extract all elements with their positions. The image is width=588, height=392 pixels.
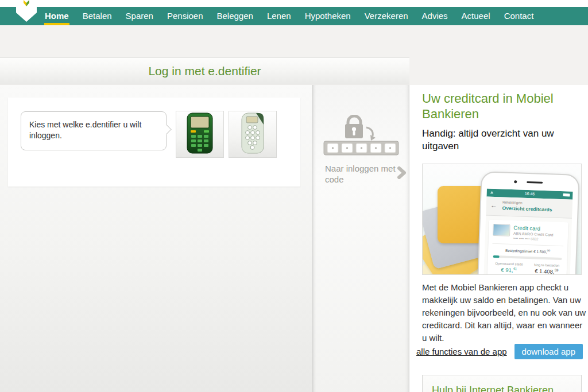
app-header: ← Rekeningen Overzicht creditcards <box>486 196 572 218</box>
phone-speaker-bar <box>527 181 543 184</box>
edentifier2-device-icon <box>185 112 214 157</box>
app-creditcard-tile: Credit card ABN AMRO Credit Card •••• ••… <box>487 220 568 275</box>
remaining-label: Nog te besteden <box>534 263 559 268</box>
main-navigation: Home Betalen Sparen Pensioen Beleggen Le… <box>0 7 588 25</box>
instruction-text: Kies met welke e.dentifier u wilt inlogg… <box>29 120 141 140</box>
app-screen-title: Overzicht creditcards <box>502 205 552 212</box>
nav-item-pensioen[interactable]: Pensioen <box>160 7 210 25</box>
nav-item-home[interactable]: Home <box>38 7 76 25</box>
creditcard-app-promo-image: 16:46 ← Rekeningen Overzicht creditcards… <box>422 164 582 275</box>
help-box-title: Hulp bij Internet Bankieren <box>432 385 581 392</box>
phone-camera-dot <box>514 180 517 183</box>
login-title: Log in met e.dentifier <box>148 64 261 78</box>
nav-item-contact[interactable]: Contact <box>497 7 541 25</box>
limit-progress-bar <box>493 255 562 260</box>
open-balance-label: Openstaand saldo <box>495 262 523 266</box>
nav-item-actueel[interactable]: Actueel <box>455 7 497 25</box>
edentifier1-device-icon <box>238 112 267 157</box>
remaining-value: € 1.408,59 <box>534 268 559 275</box>
promo-subtitle: Handig: altijd overzicht van uw uitgaven <box>422 127 563 153</box>
promo-body-text: Met de Mobiel Bankieren app checkt u mak… <box>422 281 588 344</box>
nav-item-hypotheken[interactable]: Hypotheken <box>298 7 358 25</box>
nav-item-betalen[interactable]: Betalen <box>76 7 119 25</box>
nav-item-sparen[interactable]: Sparen <box>119 7 160 25</box>
login-with-code-link[interactable]: Naar inloggen met code <box>325 163 410 185</box>
battery-icon <box>563 193 570 196</box>
app-breadcrumb: Rekeningen <box>502 200 523 204</box>
login-panel-header: Log in met e.dentifier <box>0 57 409 84</box>
login-code-illustration-icon <box>318 115 404 163</box>
login-panel: Kies met welke e.dentifier u wilt inlogg… <box>0 85 312 392</box>
limit-progress-fill <box>493 255 500 258</box>
nav-item-verzekeren[interactable]: Verzekeren <box>358 7 415 25</box>
spending-limit: Bestedingslimiet € 1.500,00 <box>492 247 563 254</box>
chevron-right-icon <box>397 166 407 181</box>
spending-limit-cents: 00 <box>547 249 551 252</box>
open-balance-value: € 91,41 <box>495 266 523 274</box>
back-arrow-icon: ← <box>490 201 497 209</box>
abn-amro-logo-icon[interactable] <box>16 0 37 25</box>
all-app-functions-link[interactable]: alle functies van de app <box>416 347 507 356</box>
login-with-code-panel: Naar inloggen met code <box>312 85 409 392</box>
phone-screen: 16:46 ← Rekeningen Overzicht creditcards… <box>483 188 572 275</box>
promo-title: Uw creditcard in Mobiel Bankieren <box>422 91 572 122</box>
login-with-code-label: Naar inloggen met code <box>325 164 396 184</box>
top-strip <box>0 0 588 7</box>
nav-item-lenen[interactable]: Lenen <box>260 7 298 25</box>
edentifier-choice-card: Kies met welke e.dentifier u wilt inlogg… <box>8 98 300 187</box>
instruction-bubble: Kies met welke e.dentifier u wilt inlogg… <box>21 111 167 150</box>
divider <box>492 243 563 246</box>
help-internet-banking-box[interactable]: Hulp bij Internet Bankieren <box>422 375 582 392</box>
download-app-button[interactable]: download app <box>514 344 583 359</box>
edentifier2-option-button[interactable] <box>176 111 224 158</box>
edentifier1-option-button[interactable] <box>229 111 277 158</box>
nav-item-advies[interactable]: Advies <box>415 7 455 25</box>
promo-panel: Uw creditcard in Mobiel Bankieren Handig… <box>409 85 588 392</box>
nav-item-beleggen[interactable]: Beleggen <box>210 7 260 25</box>
promo-actions: alle functies van de app download app <box>409 344 583 359</box>
phone-graphic: 16:46 ← Rekeningen Overzicht creditcards… <box>477 171 580 275</box>
creditcard-thumbnail <box>493 224 510 236</box>
spending-limit-label: Bestedingslimiet € 1.500, <box>505 249 547 254</box>
